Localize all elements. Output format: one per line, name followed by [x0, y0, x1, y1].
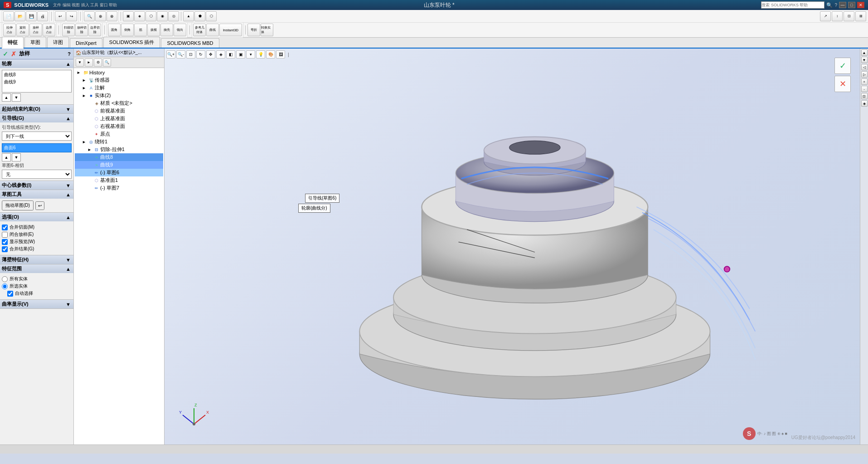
r-btn-4[interactable]: ⊞	[855, 11, 866, 21]
print-btn[interactable]: 🖨	[37, 11, 48, 21]
profile-item-1[interactable]: 曲线8	[3, 71, 70, 78]
loft-cut-btn[interactable]: 放样切除	[75, 24, 88, 36]
mirror-btn[interactable]: 镜向	[174, 24, 186, 36]
help-search-input[interactable]	[761, 1, 824, 9]
close-btn[interactable]: ✕	[857, 2, 864, 8]
tree-item-curve8[interactable]: ~ 曲线8	[75, 153, 163, 161]
profile-list[interactable]: 曲线8 曲线9	[2, 70, 72, 93]
tree-item-origin[interactable]: ✦ 原点	[75, 130, 163, 138]
view-orientation-btn[interactable]: ▣	[236, 50, 245, 59]
r-side-btn-2[interactable]: ▼	[861, 57, 868, 63]
pan-btn[interactable]: ✥	[206, 50, 215, 59]
tree-home-icon[interactable]: 🏠	[76, 50, 81, 55]
model-btn-4[interactable]: ◉	[157, 11, 168, 21]
profile-up-btn[interactable]: ▲	[2, 93, 11, 102]
tab-sw-mbd[interactable]: SOLIDWORKS MBD	[161, 38, 219, 48]
r-side-btn-8[interactable]: ◈	[861, 100, 868, 107]
section-thin-feature-header[interactable]: 薄壁特征(H) ▼	[0, 255, 73, 264]
tree-settings-btn[interactable]: ⚙	[94, 59, 102, 67]
tree-item-cut-extrude1[interactable]: ► ⊟ 切除-拉伸1	[75, 146, 163, 153]
tab-dimxpert[interactable]: DimXpert	[70, 38, 102, 48]
selected-solids-radio[interactable]	[2, 283, 8, 289]
section-guide-header[interactable]: 引导线(G) ▲	[0, 114, 73, 122]
guide-up-btn[interactable]: ▲	[2, 153, 11, 161]
tree-item-sensor[interactable]: ► 📡 传感器	[75, 76, 163, 84]
view-btn-1[interactable]: 🔍	[84, 11, 95, 21]
drag-sketch-btn[interactable]: 拖动草图(D)	[2, 200, 34, 210]
r-side-btn-6[interactable]: -	[861, 86, 868, 92]
open-btn[interactable]: 📂	[15, 11, 25, 21]
display-mode-btn[interactable]: ◈	[216, 50, 225, 59]
help-icon[interactable]: ?	[834, 3, 837, 8]
tree-item-curve9[interactable]: ~ 曲线9	[75, 161, 163, 169]
instant3d-big-btn[interactable]: Instant3D	[219, 24, 242, 36]
fillet-btn[interactable]: 圆角	[108, 24, 121, 36]
tab-sketch[interactable]: 草图	[24, 37, 46, 48]
profile-item-2[interactable]: 曲线9	[3, 78, 70, 86]
r-side-btn-1[interactable]: ▲	[861, 49, 868, 56]
viewport-cancel-btn[interactable]: ✕	[834, 76, 851, 92]
zoom-in-btn[interactable]: 🔍+	[166, 50, 175, 59]
r-side-btn-3[interactable]: ◁	[861, 64, 868, 70]
model-btn-3[interactable]: ⬡	[145, 11, 156, 21]
scan-cut-btn[interactable]: 扫描切除	[62, 24, 75, 36]
viewport-confirm-btn[interactable]: ✓	[834, 58, 851, 74]
maximize-btn[interactable]: □	[848, 2, 855, 8]
section-options-header[interactable]: 选项(O) ▲	[0, 213, 73, 221]
close-loft-check[interactable]	[2, 232, 8, 238]
guide-type-dropdown[interactable]: 到下一线	[2, 132, 72, 141]
help-btn-small[interactable]: ?	[68, 51, 71, 57]
curve-btn[interactable]: 曲线	[206, 24, 219, 36]
tab-detail[interactable]: 详图	[47, 37, 69, 48]
r-side-btn-7[interactable]: ⊡	[861, 93, 868, 99]
guide-list[interactable]: 曲面6	[2, 143, 72, 152]
appearance-btn[interactable]: 🎨	[266, 50, 275, 59]
tree-item-solid[interactable]: ► ■ 实体(2)	[75, 92, 163, 99]
tree-item-right-plane[interactable]: ⬡ 右视基准面	[75, 122, 163, 130]
tab-sw-plugins[interactable]: SOLIDWORKS 插件	[103, 37, 160, 48]
boundary-cut-btn[interactable]: 边界切除	[88, 24, 101, 36]
rib-btn[interactable]: 筋	[134, 24, 147, 36]
section-view-btn[interactable]: ◧	[226, 50, 235, 59]
tree-item-sketch7[interactable]: ✏ (-) 草图7	[75, 184, 163, 192]
section-profile-header[interactable]: 轮廓 ▲	[0, 59, 73, 68]
all-solids-radio[interactable]	[2, 276, 8, 282]
zoom-fit-btn[interactable]: ⊡	[186, 50, 195, 59]
model-btn-1[interactable]: ▣	[123, 11, 134, 21]
viewport[interactable]: 🔍+ 🔍- ⊡ ↻ ✥ ◈ ◧ ▣ ▾ 💡 🎨 🖼 |	[165, 49, 860, 444]
section-centerline-header[interactable]: 中心线参数(I) ▼	[0, 181, 73, 190]
view-btn-3[interactable]: ⊗	[107, 11, 117, 21]
profile-down-btn[interactable]: ▼	[12, 93, 21, 102]
undo-sketch-btn[interactable]: ↩	[35, 201, 44, 210]
tree-item-datum1[interactable]: ⬡ 基准面1	[75, 176, 163, 184]
view-btn-2[interactable]: ⊕	[95, 11, 106, 21]
auto-select-check[interactable]	[7, 291, 13, 297]
show-preview-check[interactable]	[2, 239, 8, 245]
r-side-btn-5[interactable]: +	[861, 78, 868, 85]
loft-boss-btn[interactable]: 放样凸台	[29, 24, 42, 36]
view-more-btn[interactable]: ▾	[246, 50, 255, 59]
tree-search-btn[interactable]: 🔍	[103, 59, 111, 67]
shell-btn[interactable]: 抽壳	[160, 24, 173, 36]
merge-faces-check[interactable]	[2, 225, 8, 230]
guide-tangent-dropdown[interactable]: 无	[2, 170, 72, 179]
search-icon[interactable]: 🔍	[826, 2, 833, 8]
misc-btn-1[interactable]: 弯折	[247, 24, 260, 36]
model-btn-2[interactable]: ◈	[134, 11, 145, 21]
r-btn-2[interactable]: ↕	[832, 11, 843, 21]
draft-btn[interactable]: 拔模	[147, 24, 160, 36]
tree-filter-btn[interactable]: ▼	[76, 59, 84, 67]
save-btn[interactable]: 💾	[26, 11, 37, 21]
boundary-boss-btn[interactable]: 边界凸台	[43, 24, 55, 36]
tree-item-sketch6[interactable]: ✏ (-) 草图6	[75, 169, 163, 176]
redo-btn[interactable]: ↪	[66, 11, 77, 21]
misc-btn-2[interactable]: 转换实体	[261, 24, 273, 36]
extra-btn-1[interactable]: ▲	[183, 11, 194, 21]
new-btn[interactable]: 📄	[3, 11, 14, 21]
r-btn-1[interactable]: ↗	[820, 11, 831, 21]
section-curvature-header[interactable]: 曲率显示(V) ▼	[0, 300, 73, 308]
guide-down-btn[interactable]: ▼	[12, 153, 21, 161]
ref-geo-btn[interactable]: 参考几何体	[193, 24, 206, 36]
tree-item-history[interactable]: ► 📁 History	[75, 69, 163, 76]
section-start-end-header[interactable]: 起始/结束约束(O) ▼	[0, 105, 73, 113]
